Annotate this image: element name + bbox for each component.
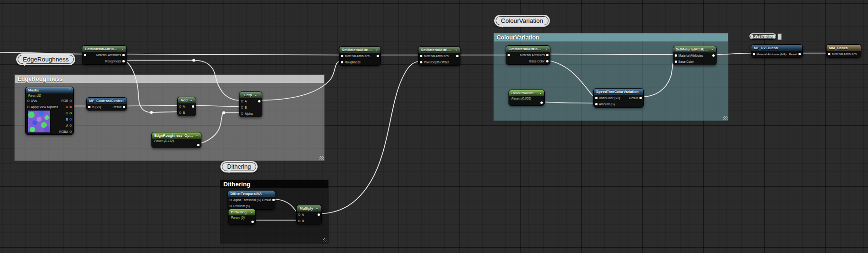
input-pin[interactable] xyxy=(241,112,243,115)
input-pin[interactable] xyxy=(828,53,830,55)
output-pin[interactable] xyxy=(258,100,260,102)
node-set-material-attributes-1[interactable]: SetMaterialAttributes⌄ Material Attribut… xyxy=(339,46,381,66)
output-pin[interactable] xyxy=(456,55,459,57)
input-pin[interactable] xyxy=(241,100,243,102)
output-pin[interactable] xyxy=(70,100,72,102)
node-dither-temporal-aa[interactable]: DitherTemporalAA Alpha Threshold (S)Resu… xyxy=(228,190,275,210)
input-pin[interactable] xyxy=(179,105,181,108)
chevron-down-icon[interactable]: ⌄ xyxy=(455,48,458,51)
input-pin[interactable] xyxy=(27,100,30,102)
input-pin[interactable] xyxy=(298,213,300,216)
wire[interactable] xyxy=(126,61,178,112)
node-add[interactable]: Add⌄ A B xyxy=(177,97,196,116)
collapse-icon[interactable]: ⌃ xyxy=(68,89,71,91)
output-pin-a[interactable] xyxy=(70,124,72,127)
node-dithering-param[interactable]: Dithering⌄ Param (0) xyxy=(228,209,256,225)
wire[interactable] xyxy=(259,61,341,101)
output-pin-rgba[interactable] xyxy=(70,131,72,133)
input-pin[interactable] xyxy=(27,106,30,108)
output-pin[interactable] xyxy=(122,54,125,56)
wire[interactable] xyxy=(713,53,754,55)
chevron-down-icon[interactable]: ⌄ xyxy=(539,91,542,94)
input-pin[interactable] xyxy=(298,220,300,222)
comment-bubble-edge-roughness[interactable]: EdgeRoughness xyxy=(16,53,75,65)
chevron-down-icon[interactable]: ⌄ xyxy=(250,211,253,213)
output-pin[interactable] xyxy=(377,55,379,57)
output-pin-g[interactable] xyxy=(70,112,72,114)
node-edge-roughness-opacity-param[interactable]: EdgeRoughness_Opacity⌄ Param (0.112) xyxy=(151,132,201,148)
output-pin[interactable] xyxy=(272,199,275,201)
node-masks-texture-param[interactable]: Masks⌃ Param2D UVsRGB Apply View MipBias… xyxy=(25,87,74,135)
output-pin[interactable] xyxy=(123,106,125,108)
input-pin[interactable] xyxy=(229,205,232,207)
chevron-down-icon[interactable]: ⌄ xyxy=(121,47,124,50)
output-pin-b[interactable] xyxy=(70,118,72,121)
wire[interactable] xyxy=(547,61,596,97)
output-pin[interactable] xyxy=(540,101,543,104)
chevron-down-icon[interactable]: ⌄ xyxy=(190,99,193,101)
node-colour-variation-param[interactable]: ColourVariation⌄ Param (0.005) xyxy=(509,90,545,106)
output-pin[interactable] xyxy=(639,97,642,99)
output-pin-r[interactable] xyxy=(70,106,72,108)
chevron-down-icon[interactable]: ⌄ xyxy=(254,93,257,96)
wire[interactable] xyxy=(547,54,676,55)
chevron-down-icon[interactable]: ⌄ xyxy=(316,207,319,210)
comment-bubble-colour-variation[interactable]: ColourVariation xyxy=(494,15,550,27)
node-mm-rocks[interactable]: MM_Rocks Material Attributes xyxy=(826,44,861,58)
output-pin[interactable] xyxy=(712,54,715,57)
output-pin[interactable] xyxy=(192,105,194,108)
node-speedtree-color-variation[interactable]: SpeedTreeColorVariation BaseColor (V3)Re… xyxy=(593,88,644,108)
input-pin[interactable] xyxy=(595,103,598,105)
comment-bubble-dithering[interactable]: Dithering xyxy=(220,161,258,172)
input-pin[interactable] xyxy=(229,199,232,201)
chevron-down-icon[interactable]: ⌄ xyxy=(196,134,199,137)
node-set-material-attributes-3[interactable]: SetMaterialAttributes⌄ Material Attribut… xyxy=(673,46,717,65)
chevron-down-icon[interactable]: ⌄ xyxy=(375,48,378,51)
wire[interactable] xyxy=(318,61,421,214)
node-set-material-attributes-2[interactable]: SetMaterialAttributes⌄ Material Attribut… xyxy=(418,46,460,66)
wire[interactable] xyxy=(123,54,340,55)
node-lerp[interactable]: Lerp⌄ A B Alpha xyxy=(239,91,262,117)
wire[interactable] xyxy=(122,106,179,106)
reroute-dot[interactable] xyxy=(192,59,195,62)
input-pin[interactable] xyxy=(595,97,598,99)
output-pin[interactable] xyxy=(546,60,549,62)
wire[interactable] xyxy=(123,61,240,101)
input-pin[interactable] xyxy=(241,106,243,109)
input-pin[interactable] xyxy=(675,61,677,63)
reroute-dot[interactable] xyxy=(222,111,225,114)
input-pin[interactable] xyxy=(84,54,86,56)
output-pin[interactable] xyxy=(546,54,549,56)
input-pin[interactable] xyxy=(753,53,755,55)
wire[interactable] xyxy=(193,106,241,107)
node-multiply[interactable]: Multiply⌄ A B xyxy=(296,205,322,224)
bubble-pin-icon[interactable] xyxy=(778,33,782,40)
output-pin[interactable] xyxy=(318,213,320,216)
node-title: DitherTemporalAA xyxy=(230,192,262,196)
wire[interactable] xyxy=(271,199,299,214)
material-graph-canvas[interactable]: EdgeRoughness Dithering ColourVariation xyxy=(0,0,868,253)
output-pin[interactable] xyxy=(798,53,801,55)
input-pin[interactable] xyxy=(508,54,510,56)
output-pin[interactable] xyxy=(122,60,125,62)
wire[interactable] xyxy=(541,102,596,103)
input-pin[interactable] xyxy=(88,106,90,108)
node-get-material-attributes-2[interactable]: GetMaterialAttributes⌄ Material Attribut… xyxy=(506,45,550,65)
node-mf-rvt-blend[interactable]: MF_RVTBlend Material Attributes (MA)Resu… xyxy=(751,44,803,58)
input-pin[interactable] xyxy=(420,55,422,57)
comment-bubble-rvt-blending[interactable]: RVTBlending xyxy=(749,33,776,39)
output-pin[interactable] xyxy=(197,144,200,146)
input-pin[interactable] xyxy=(341,61,343,63)
input-pin[interactable] xyxy=(420,61,422,63)
chevron-down-icon[interactable]: ⌄ xyxy=(545,47,548,50)
input-pin[interactable] xyxy=(675,54,677,57)
output-pin[interactable] xyxy=(251,221,254,223)
reroute-dot[interactable] xyxy=(150,111,153,114)
wire[interactable] xyxy=(196,113,241,145)
node-mf-contrast-control[interactable]: MF_ContrastControl In (V3)Result xyxy=(86,97,127,111)
chevron-down-icon[interactable]: ⌄ xyxy=(711,48,714,51)
wire[interactable] xyxy=(640,61,676,97)
input-pin[interactable] xyxy=(341,55,343,57)
input-pin[interactable] xyxy=(179,111,181,114)
node-get-material-attributes-1[interactable]: GetMaterialAttributes⌄ Material Attribut… xyxy=(82,45,127,65)
